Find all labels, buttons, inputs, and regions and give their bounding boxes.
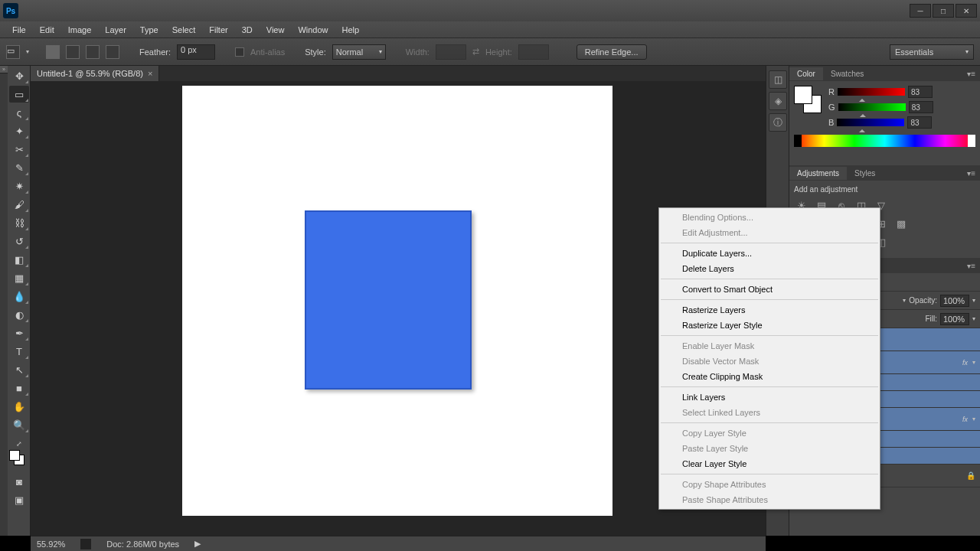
menu-file[interactable]: File xyxy=(6,23,32,37)
context-item[interactable]: Duplicate Layers... xyxy=(659,246,880,261)
eyedropper-tool[interactable]: ✎ xyxy=(9,159,29,176)
brush-tool[interactable]: 🖌 xyxy=(9,196,29,213)
tab-color[interactable]: Color xyxy=(789,67,823,80)
context-item[interactable]: Link Layers xyxy=(659,390,880,405)
blur-tool[interactable]: 💧 xyxy=(9,288,29,305)
tab-swatches[interactable]: Swatches xyxy=(823,67,871,80)
menu-type[interactable]: Type xyxy=(134,23,165,37)
opacity-value[interactable]: 100% xyxy=(940,295,969,307)
document-tab[interactable]: Untitled-1 @ 55.9% (RGB/8) × xyxy=(31,66,159,81)
maximize-button[interactable]: □ xyxy=(933,4,954,18)
adj-lookup-icon[interactable]: ▩ xyxy=(893,217,909,230)
history-panel-icon[interactable]: ◫ xyxy=(769,70,787,89)
screen-mode-toggle[interactable]: ▣ xyxy=(9,491,29,508)
magic-wand-tool[interactable]: ✦ xyxy=(9,122,29,139)
minimize-button[interactable]: ─ xyxy=(910,4,931,18)
crop-tool[interactable]: ✂ xyxy=(9,141,29,158)
selection-intersect-icon[interactable] xyxy=(106,45,119,59)
feather-label: Feather: xyxy=(139,47,171,57)
dodge-tool[interactable]: ◐ xyxy=(9,306,29,323)
width-label: Width: xyxy=(406,47,430,57)
color-spectrum[interactable] xyxy=(794,135,975,147)
tray-toggle[interactable]: » xyxy=(0,66,8,73)
toolbar: ✥ ▭ ς ✦ ✂ ✎ ✷ 🖌 ⛓ ↺ ◧ ▦ 💧 ◐ ✒ T ↖ ■ ✋ 🔍 … xyxy=(8,66,31,536)
layer-fx-badge[interactable]: fx xyxy=(962,416,968,423)
context-item[interactable]: Clear Layer Style xyxy=(659,456,880,471)
layer-fx-badge[interactable]: fx xyxy=(962,359,968,367)
selection-add-icon[interactable] xyxy=(66,45,80,59)
clone-stamp-tool[interactable]: ⛓ xyxy=(9,214,29,231)
context-separator xyxy=(661,299,878,300)
g-slider[interactable] xyxy=(838,103,906,111)
close-tab-icon[interactable]: × xyxy=(148,69,152,78)
menu-help[interactable]: Help xyxy=(336,23,366,37)
pen-tool[interactable]: ✒ xyxy=(9,324,29,341)
lasso-tool[interactable]: ς xyxy=(9,104,29,121)
color-panel-menu[interactable]: ▾≡ xyxy=(962,70,980,78)
tool-preset-dropdown[interactable]: ▾ xyxy=(26,48,29,55)
menu-edit[interactable]: Edit xyxy=(34,23,60,37)
menu-window[interactable]: Window xyxy=(292,23,334,37)
healing-brush-tool[interactable]: ✷ xyxy=(9,178,29,194)
menu-3d[interactable]: 3D xyxy=(236,23,259,37)
properties-panel-icon[interactable]: ◈ xyxy=(769,92,787,110)
menu-select[interactable]: Select xyxy=(166,23,202,37)
move-tool[interactable]: ✥ xyxy=(9,67,29,84)
menu-view[interactable]: View xyxy=(260,23,291,37)
menu-filter[interactable]: Filter xyxy=(203,23,234,37)
style-select[interactable]: Normal▾ xyxy=(332,44,386,60)
quick-mask-toggle[interactable]: ◙ xyxy=(9,473,29,490)
context-item[interactable]: Delete Layers xyxy=(659,261,880,276)
refine-edge-button[interactable]: Refine Edge... xyxy=(577,44,647,60)
statusbar-chip[interactable] xyxy=(80,539,91,549)
menu-layer[interactable]: Layer xyxy=(99,23,132,37)
titlebar: Ps ─ □ ✕ xyxy=(0,0,980,21)
context-item[interactable]: Rasterize Layer Style xyxy=(659,318,880,333)
eraser-tool[interactable]: ◧ xyxy=(9,251,29,268)
rectangle-tool[interactable]: ■ xyxy=(9,380,29,396)
fill-value[interactable]: 100% xyxy=(940,313,969,325)
swap-colors-icon[interactable]: ⤢ xyxy=(9,439,29,448)
r-value[interactable]: 83 xyxy=(908,86,933,98)
info-panel-icon[interactable]: ⓘ xyxy=(769,113,787,132)
blend-dropdown[interactable]: ▾ xyxy=(903,297,906,304)
r-slider[interactable] xyxy=(838,88,905,96)
statusbar-arrow-icon[interactable]: ▶ xyxy=(194,539,201,549)
workspace-select[interactable]: Essentials xyxy=(890,44,974,60)
foreground-swatch[interactable] xyxy=(794,86,812,104)
zoom-level[interactable]: 55.92% xyxy=(37,540,65,549)
context-item[interactable]: Rasterize Layers xyxy=(659,302,880,318)
selection-subtract-icon[interactable] xyxy=(86,45,100,59)
app-logo: Ps xyxy=(3,3,18,18)
close-button[interactable]: ✕ xyxy=(956,4,977,18)
canvas[interactable] xyxy=(182,86,612,516)
b-value[interactable]: 83 xyxy=(907,116,932,129)
tool-preset-icon[interactable]: ▭ xyxy=(6,45,20,59)
tab-adjustments[interactable]: Adjustments xyxy=(789,167,847,180)
feather-input[interactable]: 0 px xyxy=(177,44,215,60)
context-item[interactable]: Create Clipping Mask xyxy=(659,369,880,384)
history-brush-tool[interactable]: ↺ xyxy=(9,233,29,249)
b-slider[interactable] xyxy=(837,119,904,126)
color-swatches[interactable] xyxy=(9,450,24,465)
marquee-tool[interactable]: ▭ xyxy=(9,86,29,103)
context-separator xyxy=(661,422,878,423)
context-separator xyxy=(661,474,878,474)
context-item[interactable]: Convert to Smart Object xyxy=(659,282,880,297)
menubar: File Edit Image Layer Type Select Filter… xyxy=(0,21,980,38)
canvas-area[interactable]: Untitled-1 @ 55.9% (RGB/8) × xyxy=(31,66,766,536)
antialias-label: Anti-alias xyxy=(250,47,285,57)
selection-new-icon[interactable] xyxy=(46,45,60,59)
type-tool[interactable]: T xyxy=(9,343,29,360)
tab-styles[interactable]: Styles xyxy=(847,167,883,180)
zoom-tool[interactable]: 🔍 xyxy=(9,416,29,433)
adjustments-panel-menu[interactable]: ▾≡ xyxy=(962,169,980,178)
layers-panel-menu[interactable]: ▾≡ xyxy=(962,262,980,270)
hand-tool[interactable]: ✋ xyxy=(9,398,29,415)
gradient-tool[interactable]: ▦ xyxy=(9,269,29,286)
menu-image[interactable]: Image xyxy=(62,23,98,37)
blue-rectangle-shape xyxy=(305,210,472,390)
path-select-tool[interactable]: ↖ xyxy=(9,361,29,378)
context-item: Copy Layer Style xyxy=(659,425,880,441)
g-value[interactable]: 83 xyxy=(909,101,933,113)
